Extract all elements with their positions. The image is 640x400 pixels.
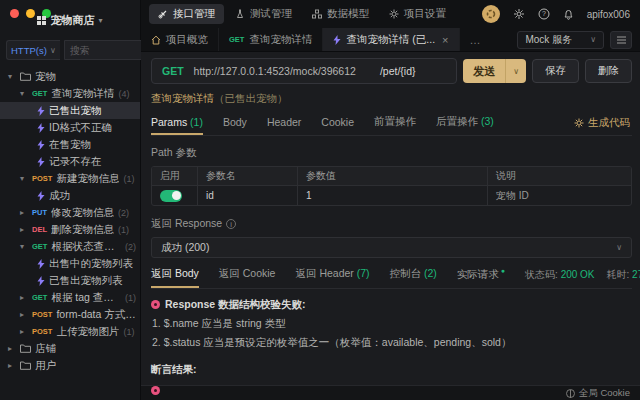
protocol-label: HTTP(s) [11,45,47,56]
sidebar-case-item[interactable]: 已售出宠物 [0,102,140,119]
sidebar-api-item[interactable]: ▸POSTform-data 方式更新宠物信... [0,306,140,323]
nav-data-model[interactable]: 数据模型 [303,4,378,24]
validation-block: Response 数据结构校验失败: 1. $.name 应当是 string … [151,298,632,398]
caret-right-icon[interactable]: ▸ [8,361,16,370]
send-dropdown-icon[interactable]: ∨ [505,59,526,83]
param-name[interactable]: id [198,186,298,205]
param-desc[interactable]: 宠物 ID [488,186,631,205]
tab-mock-case[interactable]: 查询宠物详情 (已... × [323,28,459,51]
param-enabled-toggle[interactable] [160,190,182,202]
response-tab-返回-cookie[interactable]: 返回 Cookie [219,262,276,287]
nav-api-management[interactable]: 接口管理 [149,4,224,24]
sidebar-folder-item[interactable]: ▾宠物 [0,68,140,85]
caret-down-icon[interactable]: ▾ [20,242,28,251]
generate-code-button[interactable]: 生成代码 [574,116,630,130]
sidebar-case-item[interactable]: ID格式不正确 [0,119,140,136]
status-code-value: 200 OK [561,269,595,280]
home-icon [151,35,161,45]
notifications-bell-icon[interactable] [563,8,574,20]
request-tab-前置操作[interactable]: 前置操作 [374,110,416,135]
sidebar-api-item[interactable]: ▸PUT修改宠物信息(2) [0,204,140,221]
env-list-button[interactable] [610,31,632,49]
sidebar-api-item[interactable]: ▸GET根据 tag 查找宠物列表(1) [0,289,140,306]
main-panel: 接口管理 测试管理 数据模型 项目设置 [141,0,640,400]
sidebar-case-item[interactable]: 记录不存在 [0,153,140,170]
settings-gear-icon[interactable] [513,8,525,20]
request-tab-params[interactable]: Params (1) [151,111,203,134]
more-tabs-icon[interactable]: … [460,28,491,51]
protocol-select[interactable]: HTTP(s) ∨ [6,40,60,60]
response-case-select[interactable]: 成功 (200) ∨ [151,237,632,258]
caret-right-icon[interactable]: ▸ [20,310,28,319]
close-tab-icon[interactable]: × [442,34,448,46]
url-input[interactable]: GET http://127.0.0.1:4523/mock/396612 /p… [151,58,457,84]
save-button[interactable]: 保存 [532,59,579,83]
tab-label: Header [267,116,301,128]
mock-case-bolt-icon [37,157,45,167]
nav-project-settings[interactable]: 项目设置 [380,4,455,24]
sidebar-api-item[interactable]: ▾GET根据状态查找宠物列表(2) [0,238,140,255]
tree-item-label: form-data 方式更新宠物信... [56,308,136,322]
project-switcher[interactable]: 宠物商店 ▾ [0,13,140,28]
caret-right-icon[interactable]: ▸ [20,293,28,302]
method-badge: PUT [32,208,47,217]
caret-right-icon[interactable]: ▸ [8,344,16,353]
delete-button[interactable]: 删除 [585,59,632,83]
topbar-right: ? apifox006 [482,5,630,23]
tab-label: 前置操作 [374,115,416,127]
tree-item-label: 成功 [49,189,70,203]
caret-down-icon[interactable]: ▾ [20,174,28,183]
response-tab-控制台[interactable]: 控制台 (2) [390,262,437,287]
sidebar-case-item[interactable]: 成功 [0,187,140,204]
nav-test-management[interactable]: 测试管理 [226,4,301,24]
tree-item-label: 已售出宠物列表 [49,274,123,288]
sidebar-case-item[interactable]: 出售中的宠物列表 [0,255,140,272]
environment-select[interactable]: Mock 服务 ∨ [517,31,604,49]
caret-right-icon[interactable]: ▸ [20,327,28,336]
sidebar-folder-item[interactable]: ▸用户 [0,357,140,374]
mock-case-bolt-icon [37,140,45,150]
help-icon[interactable]: ? [538,8,550,20]
nav-label: 数据模型 [327,7,369,21]
tab-count: (3) [478,115,494,127]
caret-down-icon[interactable]: ▾ [20,89,28,98]
global-cookie-button[interactable]: 全局 Cookie [579,387,630,400]
sidebar-folder-item[interactable]: ▸店铺 [0,340,140,357]
tree-item-label: 已售出宠物 [49,104,102,118]
flask-icon [235,9,245,19]
sidebar-case-item[interactable]: 在售宠物 [0,136,140,153]
caret-down-icon[interactable]: ▾ [8,72,16,81]
tree-item-label: 根据 tag 查找宠物列表 [51,291,121,305]
col-desc: 说明 [488,167,631,185]
sidebar-case-item[interactable]: 已售出宠物列表 [0,272,140,289]
caret-right-icon[interactable]: ▸ [20,208,28,217]
sidebar-api-item[interactable]: ▾POST新建宠物信息(1) [0,170,140,187]
param-value[interactable]: 1 [298,186,488,205]
sidebar-api-item[interactable]: ▸DEL删除宠物信息(1) [0,221,140,238]
upgrade-circle-button[interactable] [482,5,500,23]
code-gear-icon [574,118,584,128]
response-tab-返回-body[interactable]: 返回 Body [151,262,199,287]
request-tab-header[interactable]: Header [267,111,301,134]
top-nav-bar: 接口管理 测试管理 数据模型 项目设置 [141,0,640,28]
request-tab-后置操作[interactable]: 后置操作 (3) [436,110,494,135]
username[interactable]: apifox006 [587,9,630,20]
tab-project-overview[interactable]: 项目概览 [141,28,219,51]
method-badge: GET [32,242,47,251]
path-params-label: Path 参数 [151,146,632,160]
response-tab-实际请求[interactable]: 实际请求● [457,262,505,288]
validation-title: Response 数据结构校验失败: [165,298,306,312]
tab-count: (7) [354,267,370,279]
sidebar-api-item[interactable]: ▾GET查询宠物详情(4) [0,85,140,102]
response-section-label: 返回 Response i [151,217,632,231]
request-tab-body[interactable]: Body [223,111,247,134]
response-case-label: 成功 (200) [161,241,209,255]
sidebar-api-item[interactable]: ▸POST上传宠物图片(1) [0,323,140,340]
tab-api-detail[interactable]: GET 查询宠物详情 [219,28,323,51]
caret-right-icon[interactable]: ▸ [20,225,28,234]
path-params-table: 启用 参数名 参数值 说明 id 1 宠物 ID [151,166,632,206]
response-tab-返回-header[interactable]: 返回 Header (7) [295,262,369,287]
request-tab-cookie[interactable]: Cookie [321,111,354,134]
list-icon [617,36,626,44]
send-button[interactable]: 发送 ∨ [463,59,526,83]
